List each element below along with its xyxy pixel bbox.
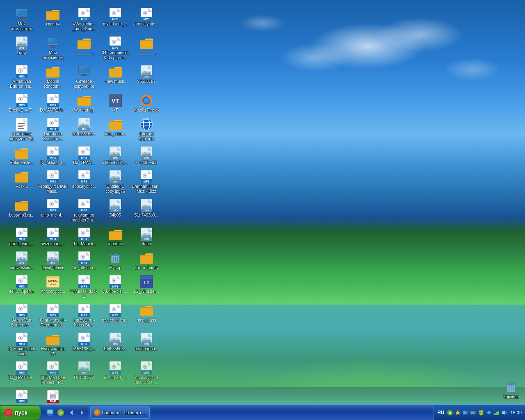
clock[interactable]: 15:09 — [510, 410, 522, 415]
desktop-icon-new-music[interactable]: new music — [100, 64, 131, 91]
desktop-icon-dj-trance[interactable]: MP3 DJ_TRAN... — [68, 145, 100, 167]
desktop-icon-nice-glass[interactable]: nice_glass — [131, 302, 162, 329]
tray-icon-3[interactable] — [462, 409, 469, 416]
desktop-icon-best-mp3[interactable]: best-mp3.ru... — [6, 197, 37, 224]
desktop-icon-ntl[interactable]: MP3 NTL - Время — [6, 274, 37, 301]
desktop-icon-erick[interactable]: MP3 Erick_E_-_T... — [6, 92, 37, 114]
desktop-icon-recycle-icon[interactable]: Мусор — [100, 250, 131, 272]
desktop-icon-disturbed[interactable]: MP3 disturbed_... — [100, 360, 131, 387]
desktop-icon-clint[interactable]: MP3 Clint Mansell - Requiem fo... — [37, 302, 68, 329]
ql-show-desktop[interactable] — [45, 408, 55, 418]
tray-icon-6[interactable] — [486, 409, 492, 416]
desktop-icon-065-mad-bee[interactable]: MP3 065-Mad bee Project - R... — [37, 360, 68, 387]
desktop-icon-mp3ru[interactable]: MP3 mp3wal.ru - Jonas Bro... — [68, 302, 100, 329]
ql-arrow-right[interactable] — [77, 408, 87, 418]
desktop-icon-vt[interactable]: VT VT — [100, 92, 131, 114]
desktop-icon-folder2[interactable]: ________... — [68, 35, 100, 62]
ql-arrow-left[interactable] — [66, 408, 76, 418]
desktop-icon-drum-bass[interactable]: MP3 Drum and Bass.mp... — [37, 116, 68, 143]
icon-label-ntl: NTL - Время — [10, 289, 34, 294]
desktop-icon-radio[interactable]: MP3 wWw.radio... _amp_Sou... — [68, 6, 100, 33]
desktop-icon-offspring[interactable]: MP3 the_offsprin... — [68, 250, 100, 272]
desktop-icon-apocalyptic1[interactable]: MP3 apocalyptic... — [131, 6, 162, 33]
folder-icon — [140, 304, 153, 317]
desktop-icon-dsc00273[interactable]: JPG DSC00273 — [68, 360, 100, 387]
svg-rect-228 — [47, 251, 59, 265]
desktop-icon-apocalyptic2[interactable]: MP3 apocalyptic... — [68, 169, 100, 196]
desktop-icon-dj-antioni[interactable]: MP3 DJ_ANTONI... — [37, 92, 68, 114]
svg-text:MP3: MP3 — [50, 180, 56, 183]
svg-marker-409 — [502, 410, 505, 415]
desktop-icon-040[interactable]: MP3 040 инфинити & d.i.p proj... — [100, 35, 131, 62]
desktop-icon-soul-eater[interactable]: soul_eater... — [100, 116, 131, 143]
desktop-icon-my-docs[interactable]: Мои документы — [37, 35, 68, 62]
desktop-icon-dj-mihael-track[interactable]: MP3 Dj Mihael track 2 — [68, 274, 100, 301]
desktop-icon-my-chemical[interactable]: MP3 my_chemica... — [100, 302, 131, 329]
desktop-icon-network[interactable]: Сетевое окружение — [68, 64, 100, 91]
desktop-icon-aeapnapna[interactable]: JPG аеапнарна... — [131, 331, 162, 358]
mpeg-icon: MPEG video — [46, 275, 59, 288]
recycle-bin-desktop[interactable]: Корзина — [503, 381, 519, 399]
desktop-icon-firefox[interactable]: Mozilla Firefox — [131, 92, 162, 114]
desktop-icon-apocalyptica[interactable]: MP3 Apocalyptica feat Core.... — [131, 360, 162, 387]
desktop-icon-myzuka2[interactable]: MP3 myzuka.ru_... — [37, 226, 68, 248]
desktop-icon-torrents[interactable]: торенты — [100, 226, 131, 248]
mp3-icon: MP3 — [78, 251, 91, 265]
desktop-icon-armin[interactable]: MP3 Armin van Buuren fea... — [6, 64, 37, 91]
desktop-icon-armin-van2[interactable]: MP3 Armin Van Buuren fe... — [6, 302, 37, 329]
start-button[interactable]: пуск — [0, 405, 41, 420]
desktop-icon-manek[interactable]: MP3 The_Manek... — [68, 226, 100, 248]
desktop-icon-x-c436[interactable]: JPG x_c436ea0b — [131, 145, 162, 167]
desktop-icon-c96536[interactable]: JPG c96536c6f1... — [100, 145, 131, 167]
desktop-icon-4loa[interactable]: JPG 4лоа — [131, 226, 162, 248]
svg-text:video: video — [50, 283, 56, 285]
desktop-icon-brennan[interactable]: MP3 Brennan Heart - Muzik.Bizz — [131, 169, 162, 196]
desktop-icon-apocalyptic3[interactable]: MPEG video Apocalyptic... — [37, 274, 68, 301]
ql-nod32[interactable]: N — [56, 408, 66, 418]
desktop-icon-myzuka[interactable]: MP3 myzuka.ru_... — [100, 6, 131, 33]
desktop-icon-armin-van[interactable]: MP3 armin_van_... — [6, 226, 37, 248]
desktop-icon-l2-whisper[interactable]: L2 L2_Whisper... — [131, 274, 162, 301]
desktop-icon-54b05[interactable]: JPG 54b05 — [100, 197, 131, 224]
desktop-icon-104985908[interactable]: JPG 104985908... — [100, 331, 131, 358]
desktop-icon-dj-mihael-t[interactable]: MP3 Dj_Mihael_t... — [37, 145, 68, 167]
desktop-icon-5155138[interactable]: MP3 5155138_v... — [68, 331, 100, 358]
desktop-icon-96538187[interactable]: JPG 96538187 — [131, 64, 162, 91]
desktop-icon-ratiomaster[interactable]: RatioMaste... — [6, 145, 37, 167]
desktop-icon-prodigy[interactable]: MP3 Prodigy ft David Mass... — [37, 169, 68, 196]
desktop-icon-dino-mc[interactable]: MP3 dino_mc_4... — [37, 197, 68, 224]
desktop-icon-dj-mihael-dark[interactable]: MP3 Dj Mihael Dark side — [6, 331, 37, 358]
desktop-icon-untitled1[interactable]: JPG Untitled-1 copy.jpg76 — [100, 169, 131, 196]
icon-label-dj-trance2: DJ_TRANCe... — [8, 375, 35, 380]
taskbar-task[interactable]: Главная :: НЯшего ... — [90, 406, 150, 419]
desktop-icon-art-folder[interactable]: арт по бличу — [131, 250, 162, 272]
desktop-icon-warcraft[interactable]: Warcraft ][( — [68, 92, 100, 114]
tray-icon-7[interactable] — [493, 409, 500, 416]
desktop-icon-100123160[interactable]: JPG 100123160... — [68, 116, 100, 143]
desktop-icon-skins[interactable]: скрины — [37, 6, 68, 33]
desktop-icon-ie[interactable]: Internet Explorer — [131, 116, 162, 143]
desktop-icon-dj-trance2[interactable]: MP3 DJ_TRANCe... — [6, 360, 37, 387]
desktop-icon-badwassair[interactable]: JPG badwassair... — [6, 250, 37, 272]
desktop-icon-folder3[interactable]: ________... — [131, 35, 162, 62]
svg-point-288 — [50, 307, 54, 311]
desktop-icon-textdoc[interactable]: Текстовый документ (2) — [6, 116, 37, 143]
volume-icon[interactable] — [501, 409, 508, 416]
desktop-icon-folder-new[interactable]: Новая папка (2) — [37, 331, 68, 358]
svg-text:MP3: MP3 — [19, 314, 25, 317]
desktop-icon-rekivam[interactable]: MP3 rekviam po machte(Dru... — [68, 197, 100, 224]
tray-icon-1[interactable]: N — [447, 409, 453, 416]
desktop-icon-lqrsy[interactable]: JPG Lqrsy — [6, 35, 37, 62]
icon-label-apocalyptic2: apocalyptic... — [72, 184, 96, 189]
desktop-icon-pcsx2[interactable]: Pcsx 2 — [6, 169, 37, 196]
tray-icon-4[interactable] — [470, 409, 477, 416]
tray-icon-5[interactable]: NOD — [478, 409, 484, 416]
desktop-icon-51d7463b9[interactable]: JPG 51d7463b9... — [131, 197, 162, 224]
tray-icon-2[interactable] — [454, 409, 461, 416]
folder-icon — [78, 94, 91, 107]
desktop-icon-my-computer[interactable]: Мой компьютер — [6, 6, 37, 33]
txt-icon — [15, 118, 28, 131]
desktop-icon-david-blaine[interactable]: JPG david_blaine — [37, 250, 68, 272]
desktop-icon-mobile[interactable]: Mobile Rington... — [37, 64, 68, 91]
desktop-icon-audiopoisk[interactable]: MP3 AudioPoisk... — [100, 274, 131, 301]
